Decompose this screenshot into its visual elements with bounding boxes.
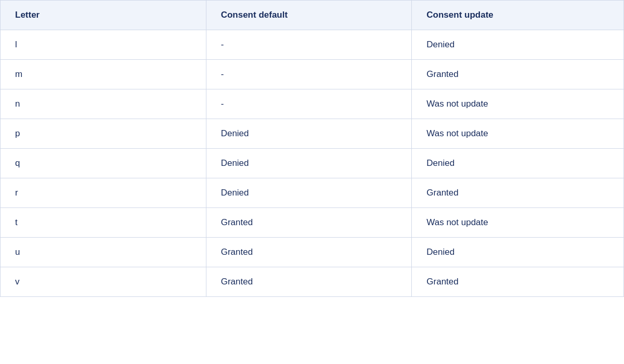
table-row: l-Denied xyxy=(1,30,624,60)
cell-letter: m xyxy=(1,60,206,89)
cell-letter: n xyxy=(1,89,206,119)
cell-consent-default: Denied xyxy=(206,149,412,178)
table-row: uGrantedDenied xyxy=(1,238,624,267)
cell-letter: r xyxy=(1,178,206,208)
cell-consent-update: Was not update xyxy=(412,208,624,238)
cell-consent-default: Denied xyxy=(206,178,412,208)
table-header-row: Letter Consent default Consent update xyxy=(1,1,624,30)
table-row: tGrantedWas not update xyxy=(1,208,624,238)
table-container: Letter Consent default Consent update l-… xyxy=(0,0,624,364)
cell-consent-update: Granted xyxy=(412,60,624,89)
header-letter: Letter xyxy=(1,1,206,30)
table-row: rDeniedGranted xyxy=(1,178,624,208)
cell-consent-update: Granted xyxy=(412,178,624,208)
cell-letter: t xyxy=(1,208,206,238)
table-row: qDeniedDenied xyxy=(1,149,624,178)
cell-consent-update: Denied xyxy=(412,238,624,267)
cell-consent-update: Was not update xyxy=(412,119,624,149)
header-consent-update: Consent update xyxy=(412,1,624,30)
cell-letter: q xyxy=(1,149,206,178)
cell-consent-default: - xyxy=(206,60,412,89)
cell-consent-default: Denied xyxy=(206,119,412,149)
cell-consent-default: - xyxy=(206,89,412,119)
cell-consent-update: Was not update xyxy=(412,89,624,119)
cell-consent-update: Granted xyxy=(412,267,624,297)
cell-letter: l xyxy=(1,30,206,60)
cell-consent-default: Granted xyxy=(206,208,412,238)
cell-consent-default: Granted xyxy=(206,238,412,267)
cell-consent-update: Denied xyxy=(412,149,624,178)
table-row: n-Was not update xyxy=(1,89,624,119)
consent-table: Letter Consent default Consent update l-… xyxy=(0,0,624,297)
cell-letter: p xyxy=(1,119,206,149)
table-row: m-Granted xyxy=(1,60,624,89)
cell-letter: u xyxy=(1,238,206,267)
cell-consent-update: Denied xyxy=(412,30,624,60)
cell-letter: v xyxy=(1,267,206,297)
cell-consent-default: Granted xyxy=(206,267,412,297)
table-row: pDeniedWas not update xyxy=(1,119,624,149)
cell-consent-default: - xyxy=(206,30,412,60)
header-consent-default: Consent default xyxy=(206,1,412,30)
table-row: vGrantedGranted xyxy=(1,267,624,297)
